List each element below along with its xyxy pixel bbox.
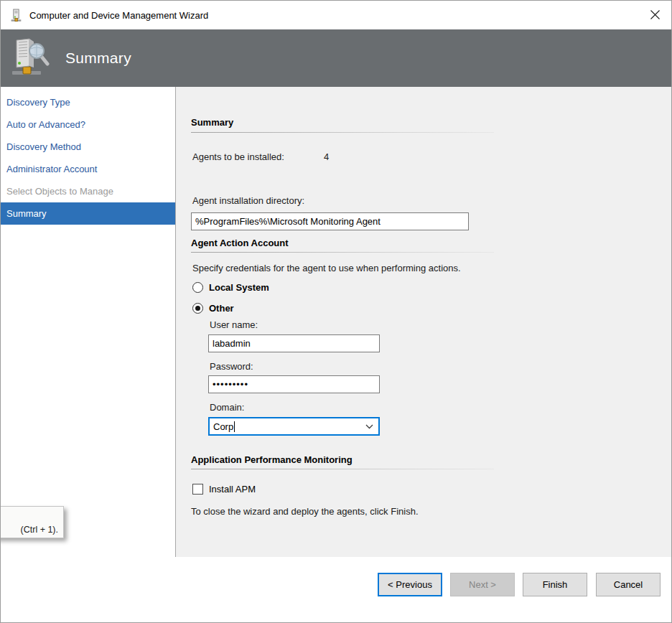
sidebar-item-discovery-type[interactable]: Discovery Type: [1, 91, 175, 113]
install-directory-input[interactable]: [191, 212, 469, 230]
sidebar-item-label: Discovery Type: [6, 97, 70, 108]
radio-local-system[interactable]: Local System: [192, 282, 269, 293]
shortcut-tooltip: (Ctrl + 1).: [0, 506, 64, 538]
sidebar-item-summary[interactable]: Summary: [1, 202, 175, 225]
footer: < Previous Next > Finish Cancel: [1, 557, 671, 622]
apm-section-heading: Application Performance Monitoring: [191, 454, 353, 465]
chevron-down-icon[interactable]: [365, 424, 373, 429]
wizard-window: Computer and Device Management Wizard: [0, 0, 672, 623]
radio-selected-icon: [192, 303, 203, 314]
radio-local-system-label: Local System: [209, 282, 269, 293]
domain-value: Corp: [213, 421, 233, 432]
sidebar-item-administrator-account[interactable]: Administrator Account: [1, 158, 175, 180]
close-icon: [650, 9, 661, 20]
sidebar-item-label: Summary: [6, 208, 47, 219]
finish-button[interactable]: Finish: [523, 573, 587, 596]
wizard-banner: Summary: [1, 29, 671, 87]
checkbox-unchecked-icon: [192, 484, 203, 495]
app-icon: [10, 9, 23, 22]
section-divider: [191, 132, 494, 133]
cancel-button[interactable]: Cancel: [596, 573, 661, 596]
sidebar-item-label: Auto or Advanced?: [6, 119, 85, 130]
sidebar-item-label: Administrator Account: [6, 164, 97, 174]
install-directory-label: Agent installation directory:: [192, 195, 304, 206]
next-button: Next >: [450, 573, 515, 596]
sidebar-item-select-objects: Select Objects to Manage: [1, 180, 175, 202]
finish-note: To close the wizard and deploy the agent…: [191, 506, 419, 517]
summary-section-heading: Summary: [191, 117, 233, 128]
sidebar-item-label: Select Objects to Manage: [6, 186, 113, 197]
text-cursor: [234, 421, 235, 432]
section-divider: [191, 469, 494, 469]
user-name-input[interactable]: [208, 334, 380, 352]
install-apm-label: Install APM: [209, 484, 256, 495]
user-name-label: User name:: [210, 319, 258, 330]
domain-combobox[interactable]: Corp: [208, 417, 380, 436]
page-title: Summary: [65, 50, 131, 67]
title-bar: Computer and Device Management Wizard: [1, 1, 671, 29]
password-input[interactable]: [208, 375, 380, 393]
agents-to-install-label: Agents to be installed:: [192, 151, 284, 162]
discovery-server-icon: [11, 37, 50, 79]
radio-unselected-icon: [192, 282, 203, 293]
install-apm-checkbox[interactable]: Install APM: [192, 484, 256, 495]
sidebar-item-label: Discovery Method: [6, 141, 81, 152]
section-divider: [191, 252, 494, 253]
radio-other[interactable]: Other: [192, 303, 234, 314]
sidebar-item-auto-or-advanced[interactable]: Auto or Advanced?: [1, 113, 175, 136]
sidebar-item-discovery-method[interactable]: Discovery Method: [1, 136, 175, 158]
radio-other-label: Other: [209, 303, 234, 314]
previous-button[interactable]: < Previous: [378, 573, 442, 596]
close-button[interactable]: [638, 1, 671, 29]
window-title: Computer and Device Management Wizard: [29, 10, 208, 21]
sidebar-nav: Discovery Type Auto or Advanced? Discove…: [1, 87, 175, 622]
password-label: Password:: [210, 361, 253, 372]
domain-label: Domain:: [210, 402, 244, 413]
agents-to-install-count: 4: [324, 151, 329, 162]
credentials-instruction: Specify credentials for the agent to use…: [192, 263, 461, 273]
shortcut-tooltip-text: (Ctrl + 1).: [21, 525, 58, 535]
agent-action-account-heading: Agent Action Account: [191, 238, 289, 248]
content-pane: Summary Agents to be installed: 4 Agent …: [175, 87, 671, 557]
